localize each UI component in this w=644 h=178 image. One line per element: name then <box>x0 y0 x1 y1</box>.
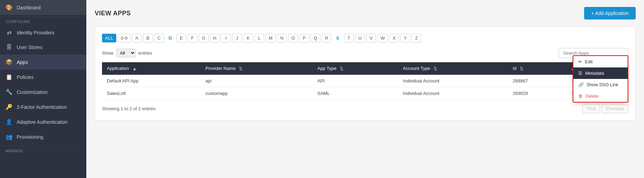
alpha-btn-y[interactable]: Y <box>400 34 410 42</box>
sidebar-section-manage: Manage <box>0 146 86 154</box>
col-provider-name: Provider Name ⇅ <box>201 62 313 75</box>
alphabet-filter: ALL0-9ABCDEFGHIJKLMNOPQRSTUVWXYZ <box>102 34 628 42</box>
cell-id: 268867 <box>508 75 567 87</box>
alpha-btn-z[interactable]: Z <box>411 34 421 42</box>
sidebar-item-adaptive-auth[interactable]: 👤 Adaptive Authentication <box>0 114 86 129</box>
sidebar-item-label: Policies <box>17 74 33 80</box>
sidebar-item-2fa[interactable]: 🔑 2-Factor Authentication <box>0 99 86 114</box>
sidebar-item-label: Dashboard <box>17 5 41 10</box>
table-row: SalesLoft customapp SAML Individual Acco… <box>102 87 628 100</box>
cell-provider-name: customapp <box>201 87 313 100</box>
first-button[interactable]: First <box>582 104 600 113</box>
dropdown-item-metadata[interactable]: ☰Metadata <box>573 67 628 79</box>
alpha-btn-q[interactable]: Q <box>311 34 320 42</box>
sort-apptype-icon[interactable]: ⇅ <box>340 66 344 71</box>
sort-provider-icon[interactable]: ⇅ <box>239 66 243 71</box>
dropdown-item-label: Show SSO Link <box>587 82 618 87</box>
alpha-btn-m[interactable]: M <box>266 34 276 42</box>
sidebar-item-apps[interactable]: 📦 Apps <box>0 55 86 70</box>
cell-provider-name: api <box>201 75 313 87</box>
sidebar-item-label: 2-Factor Authentication <box>17 104 67 110</box>
sidebar-item-policies[interactable]: 📋 Policies <box>0 70 86 84</box>
previous-button[interactable]: Previous <box>602 104 628 113</box>
alpha-btn-t[interactable]: T <box>344 34 354 42</box>
alpha-btn-a[interactable]: A <box>132 34 142 42</box>
add-application-button[interactable]: + Add Application <box>584 7 636 19</box>
apps-card: ALL0-9ABCDEFGHIJKLMNOPQRSTUVWXYZ Show Al… <box>95 26 636 121</box>
sidebar-item-label: Identity Providers <box>17 30 54 35</box>
cell-account-type: Individual Account <box>398 87 508 100</box>
dropdown-item-label: Edit <box>585 59 592 64</box>
user-stores-icon: 🗄 <box>6 44 13 50</box>
delete-icon: 🗑 <box>578 94 583 99</box>
showing-text: Showing 1 to 2 of 2 entries <box>102 106 156 111</box>
sort-id-icon[interactable]: ⇅ <box>520 66 524 71</box>
col-account-type: Account Type ⇅ <box>398 62 508 75</box>
table-body: Default API App api API Individual Accou… <box>102 75 628 100</box>
alpha-btn-u[interactable]: U <box>355 34 365 42</box>
alpha-btn-j[interactable]: J <box>232 34 242 42</box>
sidebar-item-customization[interactable]: 🔧 Customization <box>0 84 86 99</box>
sidebar-item-label: Customization <box>17 89 48 95</box>
alpha-btn-e[interactable]: E <box>176 34 186 42</box>
cell-account-type: Individual Account <box>398 75 508 87</box>
table-footer: Showing 1 to 2 of 2 entries First Previo… <box>102 104 628 113</box>
sidebar-item-label: Adaptive Authentication <box>17 119 68 125</box>
alpha-btn-09[interactable]: 0-9 <box>118 34 131 42</box>
show-sso-icon: 🔗 <box>578 82 584 87</box>
alpha-btn-n[interactable]: N <box>277 34 287 42</box>
sidebar-section-configure: Configure <box>0 16 86 25</box>
page-title: VIEW APPS <box>95 10 131 17</box>
cell-app-type: API <box>313 75 398 87</box>
entries-select[interactable]: All102550100 <box>116 49 136 57</box>
show-entries: Show All102550100 entries <box>102 49 152 57</box>
alpha-btn-g[interactable]: G <box>199 34 209 42</box>
table-controls: Show All102550100 entries <box>102 48 628 58</box>
dropdown-item-show-sso[interactable]: 🔗Show SSO Link <box>573 79 628 90</box>
alpha-btn-x[interactable]: X <box>389 34 399 42</box>
apps-icon: 📦 <box>6 59 13 65</box>
alpha-btn-all[interactable]: ALL <box>102 34 116 42</box>
policies-icon: 📋 <box>6 74 13 80</box>
alpha-btn-v[interactable]: V <box>366 34 376 42</box>
sidebar: 🎨 Dashboard Configure ⇄ Identity Provide… <box>0 0 86 178</box>
dashboard-icon: 🎨 <box>6 4 13 11</box>
cell-application: Default API App <box>102 75 201 87</box>
sidebar-item-label: User Stores <box>17 44 42 50</box>
table-header: Application ▲ Provider Name ⇅ App Type ⇅ <box>102 62 628 75</box>
col-id: Id ⇅ <box>508 62 567 75</box>
sort-accounttype-icon[interactable]: ⇅ <box>433 66 437 71</box>
sort-application-icon[interactable]: ▲ <box>132 66 137 71</box>
alpha-btn-f[interactable]: F <box>188 34 197 42</box>
alpha-btn-r[interactable]: R <box>322 34 331 42</box>
edit-icon: ✏ <box>578 59 582 64</box>
metadata-icon: ☰ <box>578 71 582 76</box>
alpha-btn-i[interactable]: I <box>221 34 231 42</box>
sidebar-item-user-stores[interactable]: 🗄 User Stores <box>0 40 86 55</box>
alpha-btn-s[interactable]: S <box>333 34 343 42</box>
sidebar-item-label: Apps <box>17 59 28 65</box>
table-row: Default API App api API Individual Accou… <box>102 75 628 87</box>
cell-application: SalesLoft <box>102 87 201 100</box>
cell-id: 269029 <box>508 87 567 100</box>
sidebar-item-dashboard[interactable]: 🎨 Dashboard <box>0 0 86 15</box>
alpha-btn-k[interactable]: K <box>243 34 253 42</box>
alpha-btn-o[interactable]: O <box>288 34 298 42</box>
alpha-btn-d[interactable]: D <box>165 34 175 42</box>
alpha-btn-b[interactable]: B <box>143 34 153 42</box>
alpha-btn-c[interactable]: C <box>154 34 164 42</box>
sidebar-item-provisioning[interactable]: 👥 Provisioning <box>0 129 86 144</box>
alpha-btn-l[interactable]: L <box>254 34 264 42</box>
alpha-btn-w[interactable]: W <box>377 34 388 42</box>
action-dropdown-menu: ✏Edit☰Metadata🔗Show SSO Link🗑Delete <box>573 55 628 103</box>
alpha-btn-h[interactable]: H <box>210 34 220 42</box>
customization-icon: 🔧 <box>6 89 13 95</box>
apps-table: Application ▲ Provider Name ⇅ App Type ⇅ <box>102 62 628 100</box>
main-content: VIEW APPS + Add Application ALL0-9ABCDEF… <box>86 0 644 178</box>
alpha-btn-p[interactable]: P <box>299 34 309 42</box>
sidebar-item-identity-providers[interactable]: ⇄ Identity Providers <box>0 25 86 40</box>
pagination: First Previous ✏Edit☰Metadata🔗Show SSO L… <box>582 104 628 113</box>
dropdown-item-edit[interactable]: ✏Edit <box>573 56 628 67</box>
dropdown-item-delete[interactable]: 🗑Delete <box>573 90 628 102</box>
page-header: VIEW APPS + Add Application <box>95 7 636 19</box>
